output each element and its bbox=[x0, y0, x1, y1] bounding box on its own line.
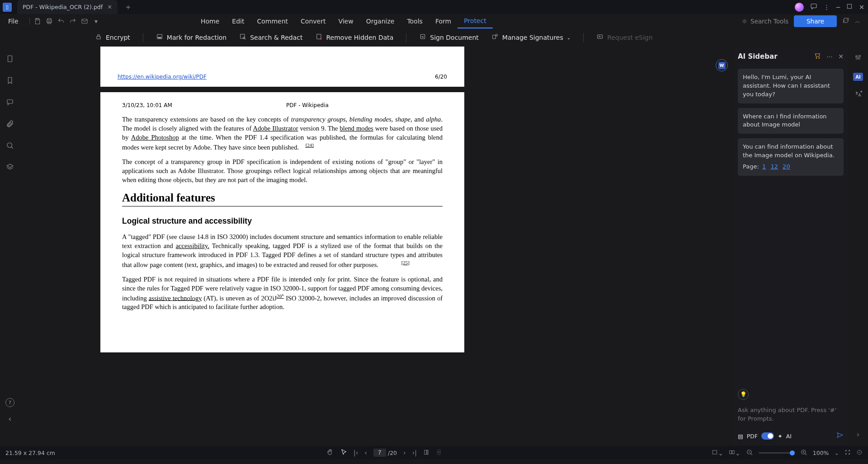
close-tab-icon[interactable]: ✕ bbox=[107, 4, 112, 10]
tool-encrypt[interactable]: Encrypt bbox=[95, 33, 130, 42]
fit-width-icon[interactable] bbox=[844, 449, 851, 457]
ai-input-area[interactable]: Ask anything about PDF. Press '#' for Pr… bbox=[733, 403, 848, 427]
scroll-mode-icon[interactable] bbox=[436, 449, 442, 457]
page-link-1[interactable]: 1 bbox=[762, 163, 766, 170]
select-tool-icon[interactable] bbox=[340, 449, 347, 457]
feedback-icon[interactable] bbox=[810, 3, 817, 11]
bookmarks-icon[interactable] bbox=[6, 76, 14, 86]
svg-rect-1 bbox=[848, 4, 852, 8]
tool-mark-redaction[interactable]: Mark for Redaction bbox=[156, 33, 226, 42]
thumbnails-icon[interactable] bbox=[6, 55, 14, 65]
nav-tools[interactable]: Tools bbox=[401, 14, 429, 28]
svg-point-20 bbox=[7, 143, 12, 148]
svg-rect-15 bbox=[493, 35, 496, 39]
document-viewport[interactable]: W https://en.wikipedia.org/wiki/PDF 6/20… bbox=[20, 47, 733, 446]
paragraph: Tagged PDF is not required in situations… bbox=[122, 275, 443, 312]
first-page-icon[interactable]: |‹ bbox=[354, 449, 358, 456]
last-page-icon[interactable]: ›| bbox=[412, 449, 417, 456]
tool-manage-signatures[interactable]: Manage Signatures ⌄ bbox=[491, 33, 571, 42]
mail-icon[interactable] bbox=[79, 15, 90, 27]
more-icon[interactable]: ⋮ bbox=[824, 4, 830, 11]
page-counter: 6/20 bbox=[435, 74, 447, 80]
redo-icon[interactable] bbox=[67, 15, 79, 27]
suggestion-icon[interactable]: 💡 bbox=[738, 389, 749, 400]
page-6-bottom: https://en.wikipedia.org/wiki/PDF 6/20 bbox=[100, 47, 464, 87]
customize-quickbar-icon[interactable]: ▾ bbox=[90, 15, 102, 27]
tool-search-redact[interactable]: Search & Redact bbox=[239, 33, 302, 42]
send-icon[interactable] bbox=[836, 431, 844, 441]
nav-protect[interactable]: Protect bbox=[458, 14, 493, 28]
fullscreen-icon[interactable] bbox=[856, 449, 863, 457]
cart-icon[interactable] bbox=[814, 52, 821, 61]
nav-convert[interactable]: Convert bbox=[294, 14, 332, 28]
heading-additional-features: Additional features bbox=[122, 192, 443, 204]
fit-page-icon[interactable] bbox=[423, 449, 429, 457]
collapse-ribbon-icon[interactable]: ︿ bbox=[855, 17, 861, 25]
tab-title: PDF - Wikipedia_OCR (2).pdf bbox=[23, 4, 103, 10]
hand-tool-icon[interactable] bbox=[326, 449, 334, 457]
tool-sign-document[interactable]: Sign Document bbox=[419, 33, 479, 42]
ai-input-placeholder: Ask anything about PDF. Press '#' for Pr… bbox=[738, 406, 844, 423]
page-link-20[interactable]: 20 bbox=[783, 163, 790, 170]
user-avatar[interactable] bbox=[795, 3, 804, 12]
nav-comment[interactable]: Comment bbox=[250, 14, 294, 28]
pdf-ai-toggle[interactable] bbox=[761, 432, 774, 440]
app-icon: ▯ bbox=[0, 0, 14, 14]
zoom-out-icon[interactable] bbox=[746, 449, 753, 457]
page-link-12[interactable]: 12 bbox=[770, 163, 778, 170]
print-icon[interactable] bbox=[43, 15, 55, 27]
prev-page-icon[interactable]: ‹ bbox=[364, 449, 367, 456]
read-mode-icon[interactable]: ⌄ bbox=[729, 449, 741, 457]
zoom-in-icon[interactable] bbox=[800, 449, 807, 457]
svg-rect-18 bbox=[8, 56, 12, 62]
svg-rect-11 bbox=[241, 34, 245, 38]
tool-request-esign: Request eSign bbox=[596, 33, 652, 42]
chevron-left-icon[interactable]: ‹ bbox=[9, 414, 12, 423]
search-tools[interactable]: Search Tools bbox=[741, 18, 788, 25]
save-icon[interactable] bbox=[32, 15, 43, 27]
page-header-title: PDF - Wikipedia bbox=[286, 102, 329, 108]
source-url-link[interactable]: https://en.wikipedia.org/wiki/PDF bbox=[118, 74, 207, 80]
comments-icon[interactable] bbox=[6, 98, 14, 108]
close-sidebar-icon[interactable]: ✕ bbox=[838, 53, 844, 60]
chevron-right-icon[interactable]: › bbox=[857, 431, 859, 439]
help-icon[interactable]: ? bbox=[5, 398, 14, 407]
tool-remove-hidden[interactable]: Remove Hidden Data bbox=[316, 33, 394, 42]
document-tab[interactable]: PDF - Wikipedia_OCR (2).pdf ✕ bbox=[17, 0, 118, 14]
page-timestamp: 3/10/23, 10:01 AM bbox=[122, 102, 172, 108]
attachments-icon[interactable] bbox=[6, 120, 14, 130]
new-tab-button[interactable]: ＋ bbox=[121, 2, 135, 12]
layers-icon[interactable] bbox=[6, 163, 14, 173]
view-mode-icon[interactable]: ⌄ bbox=[712, 449, 723, 457]
undo-icon[interactable] bbox=[55, 15, 67, 27]
more-icon[interactable]: ⋯ bbox=[826, 53, 833, 60]
settings-icon[interactable] bbox=[854, 54, 862, 63]
share-button[interactable]: Share bbox=[794, 15, 837, 27]
ai-badge-icon[interactable]: AI bbox=[853, 73, 863, 81]
minimize-icon[interactable]: ─ bbox=[836, 4, 840, 11]
nav-home[interactable]: Home bbox=[194, 14, 226, 28]
signature-icon bbox=[419, 33, 426, 42]
search-icon[interactable] bbox=[6, 141, 14, 151]
lock-icon bbox=[95, 33, 102, 42]
page-number-input[interactable]: /20 bbox=[373, 449, 397, 457]
nav-view[interactable]: View bbox=[332, 14, 359, 28]
nav-edit[interactable]: Edit bbox=[226, 14, 250, 28]
zoom-level[interactable]: 100% bbox=[813, 450, 829, 456]
svg-rect-2 bbox=[36, 19, 38, 20]
redaction-icon bbox=[156, 33, 163, 42]
close-window-icon[interactable]: ✕ bbox=[859, 4, 864, 11]
nav-form[interactable]: Form bbox=[429, 14, 458, 28]
maximize-icon[interactable] bbox=[846, 3, 853, 11]
nav-organize[interactable]: Organize bbox=[360, 14, 401, 28]
svg-rect-30 bbox=[713, 450, 717, 454]
next-page-icon[interactable]: › bbox=[403, 449, 406, 456]
zoom-slider[interactable] bbox=[759, 452, 795, 454]
ai-sidebar-toggle[interactable]: W bbox=[716, 59, 728, 71]
chevron-down-icon: ⌄ bbox=[567, 35, 571, 40]
ai-icon: ✦ bbox=[778, 433, 782, 440]
file-menu[interactable]: File bbox=[5, 18, 22, 25]
svg-rect-26 bbox=[425, 450, 427, 454]
sync-icon[interactable] bbox=[842, 17, 849, 26]
translate-icon[interactable]: ✦ bbox=[854, 91, 862, 100]
